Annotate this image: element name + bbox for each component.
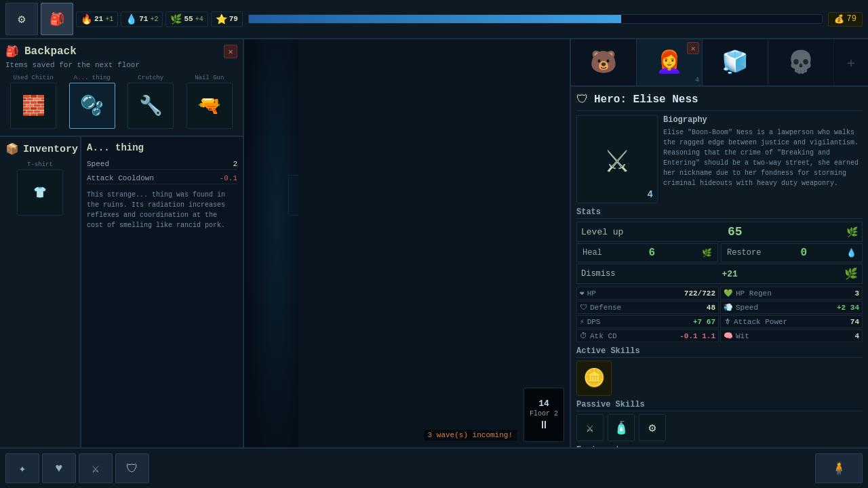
stat-star: ⭐ 79: [211, 12, 243, 27]
restore-value: 0: [800, 247, 807, 259]
nature-value: 55: [184, 15, 193, 23]
backpack-slot-2-box[interactable]: 🔧: [127, 83, 174, 129]
action-button[interactable]: 🧍: [815, 453, 863, 483]
backpack-close-button[interactable]: ✕: [224, 45, 237, 58]
passive-skills-label: Passive Skills: [576, 400, 863, 411]
backpack-header: 🎒 Backpack ✕: [5, 45, 237, 58]
inventory-item-tshirt: T-shirt 👕: [5, 161, 75, 216]
backpack-icon: 🎒: [5, 45, 19, 58]
stat-speed: 💨 Speed +2 34: [720, 301, 863, 314]
tool-button[interactable]: ⚙: [5, 3, 38, 35]
inventory-icon: 📦: [5, 142, 19, 156]
hero-name-row: 🛡 Hero: Elise Ness: [576, 92, 863, 111]
backpack-button[interactable]: 🎒: [41, 3, 73, 35]
timer-icon: ⏱: [580, 331, 587, 340]
star-value: 79: [229, 15, 238, 23]
level-up-leaf-icon: 🌿: [846, 226, 858, 238]
sword-stat-icon: 🗡: [724, 317, 731, 326]
gold-value: 79: [847, 14, 856, 24]
bio-section: ⚔ 4 Biography Elise "Boon-Boom" Ness is …: [576, 115, 863, 203]
backpack-slot-0-box[interactable]: 🧱: [10, 83, 56, 129]
hero-tab-2[interactable]: 🧊: [703, 39, 768, 85]
stat-attack-cooldown: ⏱ Atk CD -0.1 1.1: [576, 329, 719, 342]
water-value: 71: [139, 15, 148, 23]
brain-icon: 🧠: [724, 331, 733, 340]
dismiss-row: Dismiss +21 🌿: [576, 264, 863, 284]
backpack-item-slots: Used Chitin 🧱 A... thing 🫧 Crutchy 🔧: [5, 75, 237, 130]
fire-icon: 🔥: [81, 14, 92, 25]
speed-label: 💨 Speed: [724, 303, 758, 312]
hero-name: Hero: Elise Ness: [594, 94, 698, 106]
dps-label: ⚡ DPS: [580, 317, 600, 326]
heal-label: Heal: [583, 248, 602, 258]
skill-button-2[interactable]: ⚔: [79, 453, 113, 483]
hpregen-label: 💚 HP Regen: [724, 289, 772, 298]
dismiss-label: Dismiss: [581, 269, 615, 279]
passive-skill-0[interactable]: ⚔: [576, 414, 604, 441]
stats-label: Stats: [576, 207, 863, 219]
skill-button-3[interactable]: 🛡: [115, 453, 149, 483]
inventory-section: 📦 Inventory T-shirt 👕 A... thing Speed 2…: [0, 137, 243, 447]
backpack-slot-1: A... thing 🫧: [64, 75, 121, 130]
hero-tab-0[interactable]: 🐻: [571, 39, 637, 85]
hero-tab-1[interactable]: 👩‍🦰 4 ✕: [637, 39, 703, 85]
hero-tab-3[interactable]: 💀: [768, 39, 834, 85]
active-skill-0[interactable]: 🪙: [576, 361, 612, 396]
stat-hpregen: 💚 HP Regen 3: [720, 287, 863, 300]
add-hero-button[interactable]: ＋: [834, 39, 868, 85]
hero-tab-1-num: 4: [695, 77, 699, 84]
item-detail-panel: A... thing Speed 2 Attack Cooldown -0.1 …: [81, 137, 243, 447]
bio-text: Elise "Boon-Boom" Ness is a lawperson wh…: [663, 127, 863, 188]
speed-value: +2 34: [837, 304, 859, 312]
hero-portrait: ⚔ 4: [576, 115, 658, 203]
exp-bar-container: [248, 14, 823, 24]
fire-delta: +1: [105, 16, 113, 23]
detail-stat-1-name: Attack Cooldown: [87, 174, 154, 182]
passive-skill-1[interactable]: 🧴: [608, 414, 635, 441]
level-up-row: Level up 65 🌿: [576, 222, 863, 242]
stat-wit: 🧠 Wit 4: [720, 329, 863, 342]
cd-value: -0.1 1.1: [679, 332, 715, 340]
star-icon: ⭐: [216, 14, 227, 25]
thing-icon: 🫧: [80, 94, 104, 117]
detail-stat-0: Speed 2: [87, 159, 237, 170]
heal-value: 6: [649, 247, 656, 259]
tshirt-label: T-shirt: [27, 161, 53, 168]
right-panel: 🐻 👩‍🦰 4 ✕ 🧊 💀 ＋ 🛡 Hero: Elise Ness ⚔ 4: [570, 39, 868, 447]
hpregen-value: 3: [854, 289, 859, 298]
detail-stat-1: Attack Cooldown -0.1: [87, 173, 237, 184]
stat-defense: 🛡 Defense 48: [576, 301, 719, 314]
bottom-bar: ✦ ♥ ⚔ 🛡 🧍: [0, 447, 868, 488]
backpack-slot-1-box[interactable]: 🫧: [69, 83, 115, 129]
top-bar: ⚙ 🎒 🔥 21 +1 💧 71 +2 🌿 55 +4 ⭐ 79 💰 79: [0, 0, 868, 39]
stats-section: Stats Level up 65 🌿 Heal 6 🌿 Restore 0 💧: [576, 207, 863, 342]
nailgun-icon: 🔫: [197, 94, 221, 117]
passive-skills-section: Passive Skills ⚔ 🧴 ⚙: [576, 400, 863, 441]
wave-notification: 3 wave(s) incoming!: [244, 428, 564, 442]
inventory-title: Inventory: [23, 144, 78, 155]
shield-stat-icon: 🛡: [580, 303, 587, 312]
active-skills-grid: 🪙: [576, 361, 863, 396]
nature-icon: 🌿: [170, 14, 182, 25]
skill-button-1[interactable]: ♥: [42, 453, 76, 483]
stat-attack-power: 🗡 Attack Power 74: [720, 315, 863, 328]
bio-text-area: Biography Elise "Boon-Boom" Ness is a la…: [663, 115, 863, 203]
backpack-slot-3-box[interactable]: 🔫: [186, 83, 233, 129]
skill-button-0[interactable]: ✦: [5, 453, 39, 483]
speed-stat-icon: 💨: [724, 303, 733, 312]
heal-leaf-icon: 🌿: [702, 248, 712, 258]
defense-label: 🛡 Defense: [580, 303, 621, 312]
backpack-subtitle: Items saved for the next floor: [5, 61, 237, 69]
hp-value: 722/722: [684, 289, 715, 298]
minimap-number: 14: [538, 399, 549, 409]
atk-value: 74: [850, 318, 859, 326]
passive-skill-2[interactable]: ⚙: [639, 414, 666, 441]
cd-label: ⏱ Atk CD: [580, 331, 617, 340]
hero-panel-close[interactable]: ✕: [687, 42, 699, 54]
hero-info: 🛡 Hero: Elise Ness ⚔ 4 Biography Elise "…: [571, 87, 868, 447]
hero-tabs: 🐻 👩‍🦰 4 ✕ 🧊 💀 ＋: [571, 39, 868, 87]
hero-tab-2-portrait: 🧊: [703, 39, 768, 85]
crutchy-icon: 🔧: [139, 94, 163, 117]
backpack-slot-3: Nail Gun 🔫: [182, 75, 238, 130]
tshirt-box[interactable]: 👕: [17, 169, 63, 216]
